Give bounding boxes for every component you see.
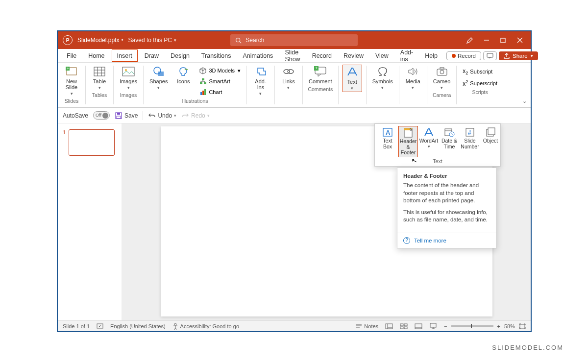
tell-me-more-link[interactable]: ? Tell me more [397, 233, 496, 248]
accessibility-indicator[interactable]: Accessibility: Good to go [172, 323, 239, 330]
links-button[interactable]: Links▾ [279, 65, 298, 91]
collapse-ribbon-button[interactable]: ⌄ [522, 98, 527, 104]
chevron-down-icon: ▾ [174, 38, 176, 43]
normal-view-button[interactable] [385, 323, 393, 329]
ribbon: + New Slide▾ Slides Table▾ Tables Images… [58, 63, 531, 108]
tab-help[interactable]: Help [420, 50, 442, 61]
tab-view[interactable]: View [370, 50, 393, 61]
redo-button[interactable]: Redo▾ [181, 112, 210, 119]
table-button[interactable]: Table▾ [90, 65, 109, 91]
notes-button[interactable]: Notes [355, 323, 378, 329]
svg-point-54 [174, 323, 176, 325]
svg-text:A: A [386, 129, 391, 136]
zoom-level[interactable]: 58% [504, 323, 515, 329]
svg-rect-35 [440, 68, 444, 69]
save-icon [115, 112, 122, 120]
spellcheck-icon[interactable] [97, 323, 103, 329]
addins-button[interactable]: Add- ins▾ [251, 65, 270, 97]
close-button[interactable] [516, 36, 524, 44]
object-button[interactable]: Object [481, 126, 500, 157]
svg-rect-62 [404, 324, 407, 326]
autosave-toggle[interactable]: Off [93, 111, 110, 120]
pen-icon[interactable] [466, 36, 474, 44]
tab-review[interactable]: Review [339, 50, 368, 61]
search-box[interactable]: Search [230, 34, 358, 46]
status-bar: Slide 1 of 1 English (United States) Acc… [58, 320, 531, 331]
images-button[interactable]: Images▾ [118, 65, 139, 91]
slideshow-view-button[interactable] [429, 323, 437, 329]
comments-pane-button[interactable] [483, 51, 497, 60]
tab-record[interactable]: Record [307, 50, 337, 61]
symbols-button[interactable]: Symbols▾ [370, 65, 395, 91]
object-icon [484, 127, 497, 138]
tab-addins[interactable]: Add-ins [395, 47, 418, 65]
date-time-button[interactable]: Date & Time [440, 126, 459, 157]
text-dropdown-button[interactable]: Text▾ [343, 65, 362, 92]
svg-text:+: + [315, 66, 318, 71]
shapes-button[interactable]: Shapes▾ [147, 65, 170, 91]
comment-button[interactable]: + Comment [307, 65, 334, 85]
quick-access-toolbar: AutoSave Off Save Undo▾ Redo▾ [58, 108, 531, 123]
maximize-button[interactable] [499, 36, 507, 44]
svg-rect-6 [487, 53, 493, 57]
smartart-button[interactable]: SmartArt [197, 76, 243, 86]
tab-home[interactable]: Home [83, 50, 109, 61]
svg-rect-18 [158, 72, 164, 76]
new-slide-button[interactable]: + New Slide▾ [62, 65, 81, 97]
icons-button[interactable]: Icons [173, 65, 193, 85]
share-button[interactable]: Share▾ [499, 51, 538, 60]
calendar-clock-icon [442, 127, 456, 138]
svg-rect-52 [488, 128, 495, 135]
save-status[interactable]: Saved to this PC ▾ [128, 37, 176, 44]
slide-thumbnail-pane[interactable]: 1 [58, 123, 122, 320]
tab-design[interactable]: Design [166, 50, 195, 61]
header-footer-button[interactable]: Header & Footer [398, 126, 418, 157]
svg-point-30 [288, 70, 294, 73]
powerpoint-icon: P [63, 35, 73, 45]
tab-animations[interactable]: Animations [238, 50, 278, 61]
minimize-button[interactable] [483, 36, 490, 44]
tab-slideshow[interactable]: Slide Show [280, 47, 305, 65]
svg-rect-64 [404, 327, 407, 329]
subscript-button[interactable]: x2Subscript [461, 67, 499, 76]
slide-counter[interactable]: Slide 1 of 1 [63, 323, 90, 329]
svg-point-36 [440, 70, 444, 74]
save-button[interactable]: Save [115, 112, 138, 120]
tab-file[interactable]: File [62, 50, 81, 61]
3d-models-button[interactable]: 3D Models▾ [197, 66, 243, 75]
language-indicator[interactable]: English (United States) [110, 323, 166, 329]
fit-window-button[interactable] [519, 323, 526, 329]
chart-button[interactable]: Chart [197, 87, 243, 97]
undo-icon [148, 112, 156, 119]
record-button[interactable]: Record [446, 51, 481, 60]
header-footer-icon [401, 127, 415, 138]
wordart-button[interactable]: WordArt▾ [419, 126, 439, 157]
slide-thumbnail-1[interactable]: 1 [63, 129, 117, 156]
tab-draw[interactable]: Draw [140, 50, 164, 61]
icons-icon [176, 66, 190, 77]
zoom-slider[interactable] [451, 325, 493, 327]
svg-rect-67 [430, 323, 436, 327]
tab-insert[interactable]: Insert [112, 49, 138, 62]
slide-sorter-button[interactable] [400, 323, 408, 329]
addins-icon [254, 66, 268, 77]
notes-icon [355, 323, 362, 329]
group-slides-label: Slides [65, 97, 79, 105]
zoom-in-button[interactable]: + [497, 323, 500, 329]
share-icon [504, 53, 510, 59]
help-icon: ? [403, 237, 410, 244]
superscript-button[interactable]: x2Superscript [461, 78, 499, 88]
reading-view-button[interactable] [415, 323, 422, 329]
text-box-button[interactable]: A Text Box [378, 126, 397, 157]
media-button[interactable]: Media▾ [403, 65, 423, 91]
editor-area: 1 A Text Box Header & Footer [58, 123, 531, 320]
undo-button[interactable]: Undo▾ [148, 112, 176, 119]
cameo-button[interactable]: Cameo▾ [431, 65, 452, 91]
svg-text:+: + [67, 66, 69, 71]
svg-rect-19 [202, 78, 204, 80]
shapes-icon [152, 66, 166, 77]
slide-number-button[interactable]: # Slide Number [460, 126, 480, 157]
tab-transitions[interactable]: Transitions [196, 50, 236, 61]
zoom-out-button[interactable]: − [444, 323, 447, 329]
svg-rect-27 [202, 91, 204, 95]
